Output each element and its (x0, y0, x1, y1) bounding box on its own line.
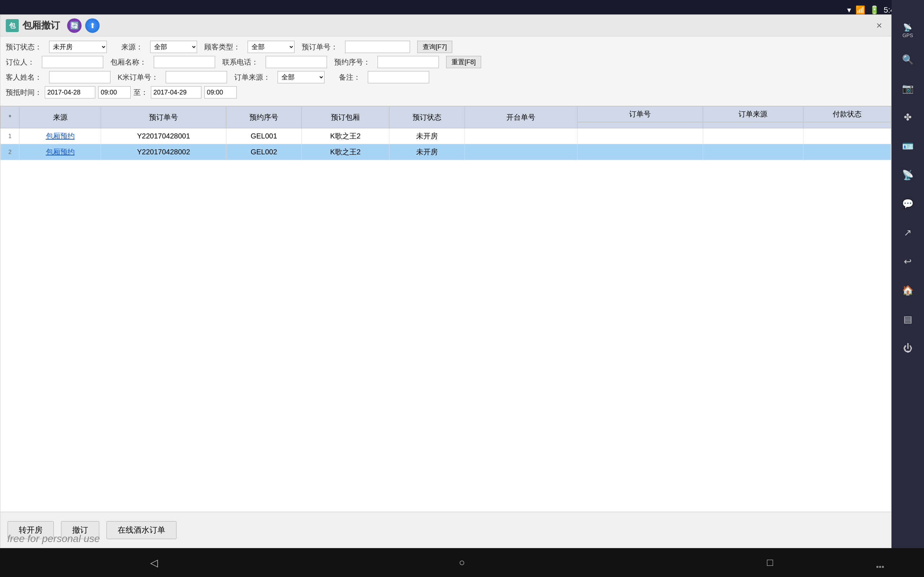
source-select[interactable]: 全部 (150, 41, 197, 53)
home-sidebar-icon[interactable]: 🏠 (899, 281, 917, 299)
booker-label: 订位人： (6, 57, 35, 67)
right-sidebar: 📡 GPS 🔍 📷 ✤ 🪪 📡 💬 ↗ ↩ 🏠 ▤ ⏻ (892, 0, 924, 577)
row-order-src (703, 128, 803, 144)
status-select[interactable]: 未开房 全部 (49, 41, 107, 53)
row-number: 2 (1, 144, 19, 160)
row-seq: GEL001 (226, 128, 301, 144)
row-order-src (703, 144, 803, 160)
power-icon[interactable]: ⏻ (899, 339, 917, 357)
kmi-order-input[interactable] (166, 71, 227, 83)
form-row-1: 预订状态： 未开房 全部 来源： 全部 顾客类型： 全部 预订单号： 查询[F7… (6, 41, 886, 53)
customer-type-label: 顾客类型： (204, 42, 241, 52)
room-name-label: 包厢名称： (110, 57, 147, 67)
row-pay-status (803, 128, 891, 144)
customer-type-select[interactable]: 全部 (247, 41, 294, 53)
form-row-3: 客人姓名： K米订单号： 订单来源： 全部 备注： (6, 71, 886, 83)
dialog-title: 包厢撤订 (23, 19, 60, 32)
refresh-button[interactable]: 🔄 (67, 18, 82, 33)
row-open-no (465, 128, 577, 144)
remark-label: 备注： (332, 73, 360, 82)
end-time-input[interactable] (204, 86, 237, 98)
row-order-no: Y220170428002 (101, 144, 226, 160)
order-source-select[interactable]: 全部 (278, 71, 325, 83)
id-icon[interactable]: 🪪 (899, 137, 917, 155)
table-row[interactable]: 2 包厢预约 Y220170428002 GEL002 K歌之王2 未开房 (1, 144, 891, 160)
row-order-num (577, 128, 703, 144)
source-label: 来源： (114, 42, 143, 52)
arrows-icon[interactable]: ✤ (899, 108, 917, 126)
datetime-row: 预抵时间： 至： (6, 86, 886, 98)
source-header: 来源 (19, 106, 101, 128)
row-room: K歌之王2 (301, 144, 389, 160)
open-header: 开台单号 (465, 106, 577, 128)
form-area: 预订状态： 未开房 全部 来源： 全部 顾客类型： 全部 预订单号： 查询[F7… (0, 36, 891, 106)
query-button[interactable]: 查询[F7] (417, 41, 452, 53)
remark-input[interactable] (368, 71, 429, 83)
back-nav-button[interactable]: ◁ (143, 552, 165, 574)
pay-sub-header (803, 122, 891, 128)
bottom-dots: ••• (876, 562, 884, 572)
table-body: 1 包厢预约 Y220170428001 GEL001 K歌之王2 未开房 2 … (1, 128, 891, 160)
chat-icon[interactable]: 💬 (899, 195, 917, 213)
reservations-table: * 来源 预订单号 预约序号 预订包厢 预订状态 开台单号 订单号 订单来源 付… (0, 106, 891, 160)
back-arrow-icon[interactable]: ↩ (899, 253, 917, 271)
status-label: 预订状态： (6, 42, 42, 52)
row-open-no (465, 144, 577, 160)
form-row-2: 订位人： 包厢名称： 联系电话： 预约序号： 重置[F8] (6, 56, 886, 68)
end-date-input[interactable] (151, 86, 201, 98)
order-source-label: 订单来源： (234, 73, 270, 82)
row-number: 1 (1, 128, 19, 144)
room-name-input[interactable] (154, 56, 215, 68)
order-no-input[interactable] (345, 41, 410, 53)
reset-button[interactable]: 重置[F8] (446, 56, 481, 68)
recents-nav-button[interactable]: □ (759, 552, 781, 574)
close-button[interactable]: × (873, 19, 886, 32)
order-num-header: 订单号 (577, 106, 703, 122)
start-date-input[interactable] (45, 86, 95, 98)
kmi-order-label: K米订单号： (118, 73, 158, 82)
location-icon[interactable]: 🔍 (899, 50, 917, 69)
room-header: 预订包厢 (301, 106, 389, 128)
row-seq: GEL002 (226, 144, 301, 160)
order-num-sub-header (577, 122, 703, 128)
row-room: K歌之王2 (301, 128, 389, 144)
star-header: * (1, 106, 19, 128)
upload-button[interactable]: ⬆ (85, 18, 100, 33)
row-source: 包厢预约 (19, 128, 101, 144)
order-no-header: 预订单号 (101, 106, 226, 128)
camera-icon[interactable]: 📷 (899, 79, 917, 97)
app-logo: 包 (6, 19, 19, 32)
gps-icon[interactable]: 📡 GPS (899, 22, 917, 40)
order-src-header: 订单来源 (703, 106, 803, 122)
rss-icon[interactable]: 📡 (899, 166, 917, 184)
status-header: 预订状态 (389, 106, 465, 128)
seq-no-input[interactable] (378, 56, 439, 68)
guest-name-input[interactable] (49, 71, 110, 83)
order-src-sub-header (703, 122, 803, 128)
title-bar: 包 包厢撤订 🔄 ⬆ × (0, 15, 891, 36)
battery-icon: 🔋 (869, 5, 879, 15)
online-drinks-button[interactable]: 在线酒水订单 (107, 521, 176, 539)
share-icon[interactable]: ↗ (899, 224, 917, 242)
phone-label: 联系电话： (222, 57, 258, 67)
row-order-num (577, 144, 703, 160)
signal-icon: 📶 (855, 5, 865, 15)
table-header-row-1: * 来源 预订单号 预约序号 预订包厢 预订状态 开台单号 订单号 订单来源 付… (1, 106, 891, 122)
row-source: 包厢预约 (19, 144, 101, 160)
menu-icon[interactable]: ▤ (899, 310, 917, 328)
wifi-icon: ▾ (847, 5, 851, 15)
row-order-no: Y220170428001 (101, 128, 226, 144)
seq-header: 预约序号 (226, 106, 301, 128)
home-nav-button[interactable]: ○ (451, 552, 473, 574)
pay-header: 付款状态 (803, 106, 891, 122)
order-no-label: 预订单号： (302, 42, 338, 52)
seq-no-label: 预约序号： (334, 57, 370, 67)
phone-input[interactable] (266, 56, 327, 68)
row-pay-status (803, 144, 891, 160)
table-row[interactable]: 1 包厢预约 Y220170428001 GEL001 K歌之王2 未开房 (1, 128, 891, 144)
to-label: 至： (134, 88, 148, 97)
data-table-container: * 来源 预订单号 预约序号 预订包厢 预订状态 开台单号 订单号 订单来源 付… (0, 106, 891, 548)
booker-input[interactable] (42, 56, 103, 68)
start-time-input[interactable] (98, 86, 131, 98)
bottom-action-bar: 转开房 撤订 在线酒水订单 (0, 512, 891, 548)
